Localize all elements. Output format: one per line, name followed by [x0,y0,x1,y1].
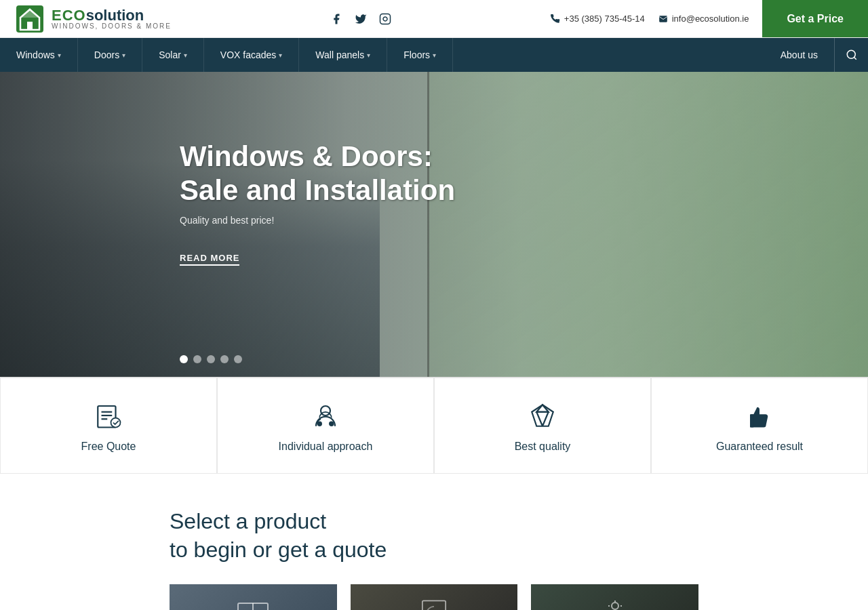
facebook-icon[interactable] [329,12,344,26]
feature-best-quality[interactable]: Best quality [434,378,651,474]
nav-about[interactable]: About us [764,38,834,72]
svg-marker-16 [532,405,553,426]
logo-tagline: WINDOWS, DOORS & MORE [52,23,172,30]
instagram-icon[interactable] [378,12,393,26]
logo[interactable]: ECOsolution WINDOWS, DOORS & MORE [14,3,172,35]
header: ECOsolution WINDOWS, DOORS & MORE +35 (3… [0,0,868,38]
thumbsup-icon [743,399,776,432]
logo-solution: solution [86,7,144,24]
svg-point-15 [330,422,333,426]
svg-point-13 [321,406,330,415]
carousel-dots [180,355,242,363]
svg-rect-25 [422,601,446,610]
free-quote-label: Free Quote [81,441,136,453]
hero-section: Windows & Doors: Sale and Installation Q… [0,72,868,377]
svg-point-6 [847,50,855,58]
social-links [329,12,393,26]
phone-icon [551,14,560,24]
windows-chevron: ▾ [58,52,61,59]
twitter-icon[interactable] [353,12,368,26]
product-grid [170,584,698,610]
product-solar[interactable] [531,584,698,610]
read-more-link[interactable]: READ MORE [180,253,239,266]
carousel-dot-5[interactable] [234,355,242,363]
hero-content: Windows & Doors: Sale and Installation Q… [180,140,455,266]
nav-floors[interactable]: Floors ▾ [387,38,453,72]
hero-title: Windows & Doors: Sale and Installation [180,140,455,208]
logo-eco: ECO [52,7,86,24]
search-button[interactable] [834,38,868,72]
phone-number: +35 (385) 735-45-14 [564,14,645,24]
carousel-dot-4[interactable] [220,355,229,363]
svg-rect-4 [380,14,391,24]
doors-chevron: ▾ [122,52,125,59]
vox-chevron: ▾ [279,52,282,59]
nav-doors[interactable]: Doors ▾ [78,38,142,72]
windows-product-icon [233,598,273,610]
email-address: info@ecosolution.ie [672,14,749,24]
carousel-dot-3[interactable] [207,355,215,363]
quote-icon [92,399,125,432]
nav-windows[interactable]: Windows ▾ [0,38,78,72]
feature-free-quote[interactable]: Free Quote [0,378,217,474]
search-icon [846,49,858,61]
svg-line-7 [854,57,856,59]
svg-point-31 [612,603,618,609]
best-quality-label: Best quality [515,441,571,453]
svg-point-14 [318,422,321,426]
solar-chevron: ▾ [184,52,187,59]
email-icon [658,14,668,24]
svg-point-12 [111,418,121,428]
svg-line-18 [536,412,542,426]
feature-individual-approach[interactable]: Individual approach [217,378,434,474]
features-section: Free Quote Individual approach [0,377,868,474]
main-nav: Windows ▾ Doors ▾ Solar ▾ VOX facades ▾ … [0,38,868,72]
get-price-button[interactable]: Get a Price [762,0,868,37]
svg-rect-2 [27,22,33,30]
email-contact: info@ecosolution.ie [658,14,749,24]
doors-product-icon [417,598,451,610]
guaranteed-result-label: Guaranteed result [716,441,803,453]
floors-chevron: ▾ [433,52,436,59]
svg-line-19 [542,412,549,426]
product-windows[interactable] [170,584,337,610]
wallpanels-chevron: ▾ [367,52,370,59]
select-product-section: Select a product to begin or get a quote [0,474,868,610]
nav-vox-facades[interactable]: VOX facades ▾ [204,38,300,72]
headset-icon [309,399,342,432]
individual-approach-label: Individual approach [279,441,373,453]
carousel-dot-1[interactable] [180,355,188,363]
feature-guaranteed-result[interactable]: Guaranteed result [651,378,868,474]
contact-info: +35 (385) 735-45-14 info@ecosolution.ie [551,14,749,24]
logo-icon [14,3,46,35]
nav-solar[interactable]: Solar ▾ [142,38,204,72]
solar-product-icon [595,598,635,610]
nav-wall-panels[interactable]: Wall panels ▾ [299,38,387,72]
diamond-icon [526,399,559,432]
select-title: Select a product to begin or get a quote [170,508,698,564]
phone-contact: +35 (385) 735-45-14 [551,14,645,24]
product-doors[interactable] [351,584,518,610]
svg-rect-21 [750,414,753,427]
carousel-dot-2[interactable] [193,355,201,363]
hero-subtitle: Quality and best price! [180,215,455,226]
